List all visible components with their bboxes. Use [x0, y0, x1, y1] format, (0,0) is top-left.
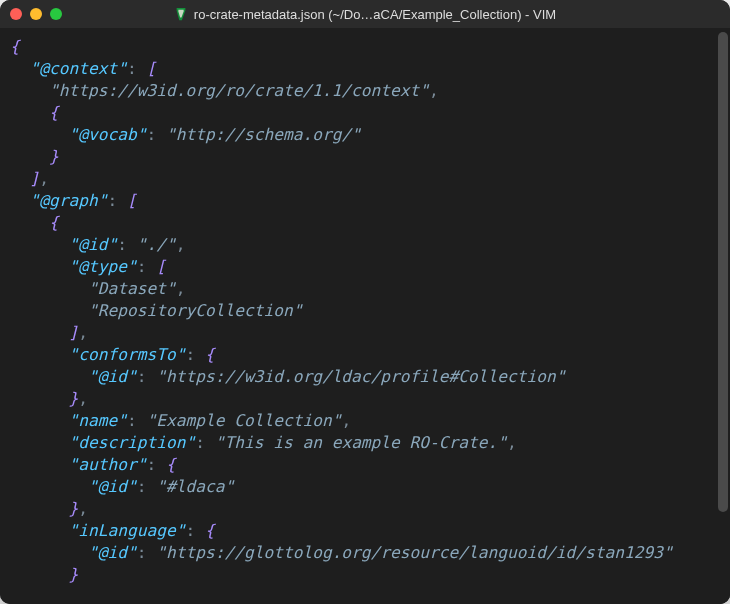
token-brace: { [10, 37, 20, 56]
token-punct: : [137, 257, 147, 276]
code-line: "inLanguage": { [10, 520, 706, 542]
code-line: }, [10, 388, 706, 410]
minimize-button[interactable] [30, 8, 42, 20]
token-brace: ] [30, 169, 40, 188]
token-key: "@id" [88, 367, 137, 386]
scrollbar-thumb[interactable] [718, 32, 728, 512]
svg-marker-0 [176, 8, 185, 20]
window-title: ro-crate-metadata.json (~/Do…aCA/Example… [194, 7, 556, 22]
token-str: "https://glottolog.org/resource/languoid… [156, 543, 673, 562]
token-comma: , [341, 411, 351, 430]
token-comma: , [39, 169, 49, 188]
token-brace: { [205, 345, 215, 364]
code-line: "@vocab": "http://schema.org/" [10, 124, 706, 146]
token-brace: } [68, 389, 78, 408]
titlebar: ro-crate-metadata.json (~/Do…aCA/Example… [0, 0, 730, 28]
token-brace: { [166, 455, 176, 474]
token-comma: , [78, 499, 88, 518]
token-key: "@vocab" [68, 125, 146, 144]
token-key: "author" [68, 455, 146, 474]
token-str: "https://w3id.org/ldac/profile#Collectio… [156, 367, 565, 386]
token-str: "http://schema.org/" [166, 125, 361, 144]
token-str: "Dataset" [88, 279, 176, 298]
token-brace: [ [156, 257, 166, 276]
code-line: "@id": "https://w3id.org/ldac/profile#Co… [10, 366, 706, 388]
token-punct: : [146, 455, 156, 474]
token-brace: { [49, 213, 59, 232]
token-key: "description" [68, 433, 195, 452]
close-button[interactable] [10, 8, 22, 20]
token-key: "inLanguage" [68, 521, 185, 540]
token-key: "conformsTo" [68, 345, 185, 364]
token-key: "@graph" [30, 191, 108, 210]
code-line: "@id": "./", [10, 234, 706, 256]
maximize-button[interactable] [50, 8, 62, 20]
token-str: "RepositoryCollection" [88, 301, 302, 320]
code-line: { [10, 212, 706, 234]
code-line: "RepositoryCollection" [10, 300, 706, 322]
token-comma: , [176, 279, 186, 298]
token-str: "./" [137, 235, 176, 254]
title-wrap: ro-crate-metadata.json (~/Do…aCA/Example… [0, 7, 730, 22]
token-punct: : [107, 191, 117, 210]
code-line: } [10, 146, 706, 168]
token-punct: : [185, 521, 195, 540]
token-key: "@id" [88, 543, 137, 562]
token-str: "Example Collection" [146, 411, 341, 430]
token-punct: : [185, 345, 195, 364]
code-line: "Dataset", [10, 278, 706, 300]
token-key: "@id" [68, 235, 117, 254]
code-view[interactable]: { "@context": [ "https://w3id.org/ro/cra… [0, 28, 716, 604]
token-comma: , [176, 235, 186, 254]
code-line: "@type": [ [10, 256, 706, 278]
code-line: "@id": "https://glottolog.org/resource/l… [10, 542, 706, 564]
scrollbar-track[interactable] [716, 28, 730, 604]
token-punct: : [137, 543, 147, 562]
token-key: "@type" [68, 257, 136, 276]
code-line: "description": "This is an example RO-Cr… [10, 432, 706, 454]
code-line: "@graph": [ [10, 190, 706, 212]
token-punct: : [137, 477, 147, 496]
code-line: } [10, 564, 706, 586]
token-key: "name" [68, 411, 126, 430]
token-str: "This is an example RO-Crate." [215, 433, 507, 452]
token-brace: { [49, 103, 59, 122]
code-line: }, [10, 498, 706, 520]
token-brace: [ [127, 191, 137, 210]
code-line: "https://w3id.org/ro/crate/1.1/context", [10, 80, 706, 102]
token-brace: [ [146, 59, 156, 78]
token-brace: } [68, 565, 78, 584]
token-punct: : [195, 433, 205, 452]
svg-marker-1 [178, 10, 183, 18]
token-comma: , [78, 323, 88, 342]
token-key: "@context" [30, 59, 127, 78]
code-line: "conformsTo": { [10, 344, 706, 366]
token-brace: ] [68, 323, 78, 342]
editor-area: { "@context": [ "https://w3id.org/ro/cra… [0, 28, 730, 604]
token-brace: { [205, 521, 215, 540]
token-comma: , [78, 389, 88, 408]
token-key: "@id" [88, 477, 137, 496]
code-line: { [10, 36, 706, 58]
token-punct: : [127, 59, 137, 78]
vim-icon [174, 7, 188, 21]
code-line: ], [10, 322, 706, 344]
token-str: "#ldaca" [156, 477, 234, 496]
token-punct: : [117, 235, 127, 254]
code-line: "@id": "#ldaca" [10, 476, 706, 498]
token-punct: : [137, 367, 147, 386]
traffic-lights [10, 8, 62, 20]
token-comma: , [507, 433, 517, 452]
code-line: "author": { [10, 454, 706, 476]
token-str: "https://w3id.org/ro/crate/1.1/context" [49, 81, 429, 100]
app-window: ro-crate-metadata.json (~/Do…aCA/Example… [0, 0, 730, 604]
code-line: ], [10, 168, 706, 190]
token-punct: : [146, 125, 156, 144]
code-line: "@context": [ [10, 58, 706, 80]
token-brace: } [68, 499, 78, 518]
token-comma: , [429, 81, 439, 100]
code-line: { [10, 102, 706, 124]
code-line: "name": "Example Collection", [10, 410, 706, 432]
token-punct: : [127, 411, 137, 430]
token-brace: } [49, 147, 59, 166]
